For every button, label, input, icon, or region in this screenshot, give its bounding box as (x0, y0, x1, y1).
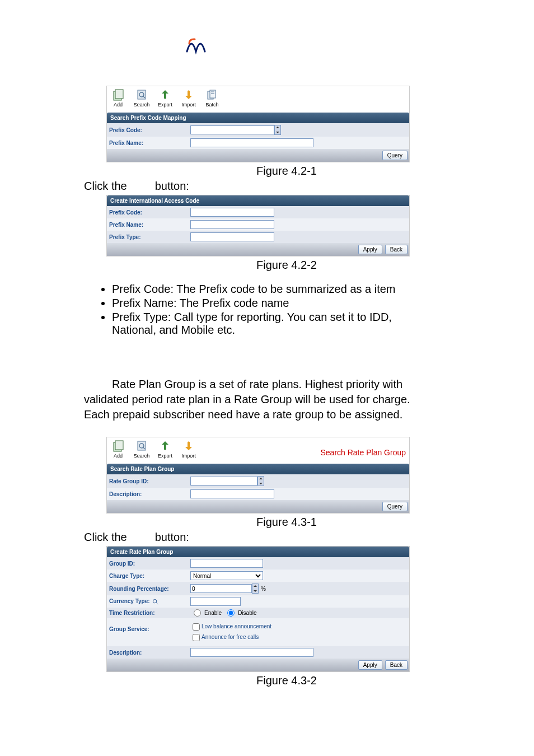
search-rate-header: Search Rate Plan Group (107, 464, 409, 474)
rounding-spinner[interactable] (252, 584, 259, 594)
query-button-2[interactable]: Query (382, 502, 407, 511)
prefix-name-input[interactable] (190, 138, 313, 147)
prefix-code-input-2[interactable] (190, 208, 274, 217)
export-icon (158, 88, 172, 101)
prefix-code-input[interactable] (190, 125, 274, 134)
import-button-2[interactable]: Import (177, 439, 200, 459)
charge-type-label: Charge Type: (109, 573, 190, 579)
svg-line-15 (156, 603, 158, 604)
create-access-panel: Create International Access Code Prefix … (106, 195, 410, 256)
tm-logo-icon (185, 34, 207, 56)
search-button-2[interactable]: Search (130, 439, 153, 459)
import-label: Import (181, 102, 196, 108)
rate-group-id-input[interactable] (190, 477, 257, 486)
prefix-code-label: Prefix Code: (109, 127, 190, 133)
currency-input[interactable] (190, 597, 241, 606)
prefix-type-label: Prefix Type: (109, 234, 190, 240)
svg-rect-10 (115, 441, 123, 450)
add-icon (111, 88, 125, 101)
apply-button[interactable]: Apply (358, 245, 382, 254)
search-icon (135, 88, 148, 101)
charge-type-select[interactable]: Normal (190, 571, 263, 580)
time-restriction-label: Time Restriction: (109, 610, 190, 616)
description-input[interactable] (190, 489, 274, 498)
search-button[interactable]: Search (130, 88, 153, 108)
magnifier-icon[interactable] (152, 599, 158, 605)
import-icon (182, 88, 195, 101)
currency-label: Currency Type: (109, 598, 190, 605)
batch-icon (205, 88, 219, 101)
prefix-type-input[interactable] (190, 232, 274, 241)
enable-radio[interactable] (194, 609, 201, 617)
para2-l1: Rate Plan Group is a set of rate plans. … (112, 378, 478, 391)
description-label-2: Description: (109, 650, 190, 656)
back-button[interactable]: Back (385, 245, 407, 254)
para2-l2: validated period rate plan in a Rate Gro… (84, 393, 478, 406)
figure-caption-3: Figure 4.3-1 (95, 516, 478, 529)
back-button-2[interactable]: Back (385, 660, 407, 670)
create-rate-panel: Create Rate Plan Group Group ID: Charge … (106, 546, 410, 672)
bullet-1: Prefix Code: The Prefix code to be summa… (112, 283, 478, 296)
disable-radio[interactable] (227, 609, 235, 617)
rounding-input[interactable] (190, 584, 252, 593)
create-rate-header: Create Rate Plan Group (107, 547, 409, 557)
export-label: Export (158, 102, 172, 108)
svg-point-14 (153, 599, 157, 603)
create-access-header: Create International Access Code (107, 195, 409, 206)
search-rate-title: Search Rate Plan Group (317, 445, 409, 460)
prefix-code-label-2: Prefix Code: (109, 209, 190, 216)
export-button[interactable]: Export (154, 88, 176, 108)
announce-free-checkbox[interactable] (193, 634, 200, 641)
figure-caption: Figure 4.2-1 (95, 165, 478, 178)
add-label: Add (114, 102, 123, 108)
search-prefix-panel: Add Search Export Import Batch Search Pr… (106, 86, 410, 162)
rounding-label: Rounding Percentage: (109, 586, 190, 592)
svg-rect-1 (115, 90, 123, 99)
batch-button[interactable]: Batch (201, 88, 223, 108)
group-service-label: Group Service: (109, 622, 190, 632)
add-button[interactable]: Add (107, 88, 129, 108)
import-icon (182, 439, 195, 452)
rate-group-id-label: Rate Group ID: (109, 478, 190, 484)
bullet-3: Prefix Type: Call type for reporting. Yo… (112, 311, 478, 337)
para2-l3: Each prepaid subscriber need have a rate… (84, 408, 478, 421)
search-rate-panel: Add Search Export Import Search Rate Pla… (106, 437, 410, 514)
group-id-label: Group ID: (109, 561, 190, 567)
import-button[interactable]: Import (177, 88, 200, 108)
prefix-name-input-2[interactable] (190, 220, 274, 229)
figure-caption-4: Figure 4.3-2 (95, 674, 478, 687)
search-label: Search (134, 102, 150, 108)
prefix-name-label: Prefix Name: (109, 140, 190, 146)
description-input-2[interactable] (190, 648, 313, 657)
button-text: button: (155, 180, 189, 192)
export-button-2[interactable]: Export (154, 439, 176, 459)
add-icon (111, 439, 125, 452)
query-button[interactable]: Query (382, 151, 407, 160)
rounding-unit: % (261, 586, 266, 592)
rate-group-spinner[interactable] (257, 476, 264, 486)
batch-label: Batch (205, 102, 218, 108)
prefix-name-label-2: Prefix Name: (109, 222, 190, 228)
low-balance-checkbox[interactable] (193, 623, 200, 631)
export-icon (158, 439, 172, 452)
add-button-2[interactable]: Add (107, 439, 129, 459)
prefix-code-spinner[interactable] (274, 125, 281, 135)
click-text: Click the (84, 180, 127, 192)
bullet-2: Prefix Name: The Prefix code name (112, 297, 478, 310)
apply-button-2[interactable]: Apply (358, 660, 382, 670)
search-icon (135, 439, 148, 452)
figure-caption-2: Figure 4.2-2 (95, 259, 478, 272)
description-label: Description: (109, 491, 190, 497)
svg-rect-6 (210, 90, 216, 98)
search-prefix-header: Search Prefix Code Mapping (107, 113, 409, 123)
group-id-input[interactable] (190, 559, 263, 568)
